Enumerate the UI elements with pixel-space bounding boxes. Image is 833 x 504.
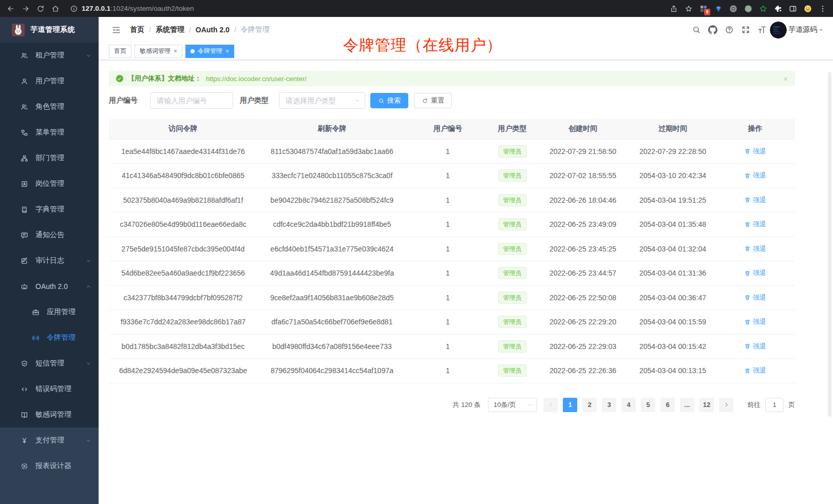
force-logout-button[interactable]: 强退 (744, 147, 766, 156)
page-button-6[interactable]: 6 (660, 398, 675, 412)
user-type-cell: 管理员 (489, 285, 536, 310)
page-button-12[interactable]: 12 (699, 398, 714, 412)
page-size-select[interactable]: 10条/页 (488, 398, 537, 412)
sidebar-item-7[interactable]: 通知公告 (0, 222, 99, 248)
sidebar-item-label: 错误码管理 (35, 384, 71, 394)
user-avatar[interactable] (770, 22, 787, 38)
browser-toolbar-right: 9 (670, 5, 833, 13)
bookmark-star-icon[interactable] (685, 5, 693, 13)
prev-page-button[interactable] (543, 398, 558, 412)
help-icon[interactable] (725, 25, 734, 34)
app-logo[interactable]: 芋道管理系统 (0, 17, 99, 43)
force-logout-button[interactable]: 强退 (744, 220, 766, 229)
force-logout-button[interactable]: 强退 (744, 196, 766, 205)
tab-1[interactable]: 敏感词管理× (135, 45, 182, 58)
font-size-icon[interactable] (758, 25, 767, 34)
sidebar-item-15[interactable]: 支付管理 (0, 428, 99, 453)
sidebar-item-8[interactable]: 审计日志 (0, 248, 99, 274)
collapse-sidebar-icon[interactable] (111, 25, 121, 35)
force-logout-button[interactable]: 强退 (744, 342, 766, 351)
sidebar-item-6[interactable]: 字典管理 (0, 197, 99, 222)
id-badge-icon (21, 180, 29, 188)
user-type-select-input[interactable] (279, 92, 365, 109)
breadcrumb-item-1[interactable]: 系统管理 (156, 25, 184, 34)
dots-menu-icon[interactable] (819, 5, 827, 13)
next-page-button[interactable] (719, 398, 733, 412)
sidebar-item-5[interactable]: 岗位管理 (0, 171, 99, 197)
search-button[interactable]: 搜索 (370, 93, 408, 108)
dictionary-icon (21, 206, 29, 214)
github-icon[interactable] (708, 25, 717, 34)
browser-address-bar[interactable]: 127.0.0.1:1024/system/oauth2/token (70, 5, 194, 13)
reload-icon[interactable] (36, 5, 45, 13)
sidebar-item-label: 审计日志 (35, 256, 64, 265)
sidebar-item-label: 岗位管理 (35, 179, 64, 188)
force-logout-button[interactable]: 强退 (744, 244, 766, 254)
more-pages-button[interactable]: ... (680, 398, 694, 412)
caret-down-icon[interactable] (818, 27, 824, 33)
page-suffix: 页 (788, 400, 795, 410)
user-type-cell: 管理员 (489, 237, 536, 261)
emoji-icon[interactable] (804, 5, 812, 13)
forward-icon[interactable] (22, 5, 30, 13)
gem-icon[interactable] (714, 5, 723, 13)
sidebar-item-label: 租户管理 (35, 51, 64, 60)
close-icon[interactable]: × (225, 48, 229, 54)
sidebar-item-11[interactable]: 令牌管理 (0, 325, 99, 351)
tab-2[interactable]: 令牌管理× (185, 45, 234, 58)
close-icon[interactable]: × (174, 48, 177, 54)
tab-0[interactable]: 首页 (109, 45, 131, 58)
back-icon[interactable] (7, 5, 15, 13)
action-cell: 强退 (715, 310, 795, 335)
fullscreen-icon[interactable] (741, 25, 750, 34)
force-logout-button[interactable]: 强退 (744, 293, 766, 302)
username[interactable]: 芋道源码 (788, 25, 817, 34)
user-type-badge: 管理员 (498, 364, 527, 377)
search-icon[interactable] (692, 25, 701, 34)
breadcrumb-item-2[interactable]: OAuth 2.0 (196, 26, 230, 34)
expire-time-cell: 2054-03-04 01:32:04 (630, 237, 715, 261)
expire-time-cell: 2054-03-04 01:31:36 (630, 261, 715, 286)
sidebar-item-1[interactable]: 用户管理 (0, 68, 99, 94)
page-button-5[interactable]: 5 (641, 398, 655, 412)
record-icon[interactable] (744, 5, 752, 13)
sidebar-item-label: 敏感词管理 (35, 410, 71, 419)
keyring-icon[interactable] (729, 5, 737, 13)
annotation-title: 令牌管理（在线用户） (343, 35, 502, 56)
scrollbar[interactable] (828, 72, 831, 417)
user-type-select[interactable] (279, 92, 365, 109)
force-logout-button[interactable]: 强退 (744, 317, 766, 326)
puzzle-icon[interactable] (774, 5, 782, 13)
reset-button[interactable]: 重置 (414, 93, 452, 108)
sidebar-item-2[interactable]: 角色管理 (0, 94, 99, 120)
trash-icon (744, 197, 751, 203)
site-info-icon[interactable] (70, 5, 78, 13)
sidebar-item-16[interactable]: 报表设计器 (0, 453, 99, 479)
home-icon[interactable] (51, 5, 60, 13)
page-button-2[interactable]: 2 (582, 398, 597, 412)
sidebar-item-0[interactable]: 租户管理 (0, 43, 99, 68)
sidebar-item-10[interactable]: 应用管理 (0, 299, 99, 325)
sidebar-item-14[interactable]: 敏感词管理 (0, 402, 99, 428)
doc-link[interactable]: https://doc.iocoder.cn/user-center/ (206, 75, 307, 83)
side-panel-icon[interactable] (789, 5, 797, 13)
page-button-3[interactable]: 3 (602, 398, 616, 412)
sidebar-item-13[interactable]: 错误码管理 (0, 376, 99, 402)
force-logout-button[interactable]: 强退 (744, 366, 766, 375)
breadcrumb-item-0[interactable]: 首页 (130, 25, 144, 34)
sidebar-item-12[interactable]: 短信管理 (0, 351, 99, 376)
page-button-1[interactable]: 1 (563, 398, 577, 412)
user-id-input[interactable] (150, 92, 233, 109)
goto-page-input[interactable] (765, 398, 784, 412)
page-button-4[interactable]: 4 (621, 398, 636, 412)
sidebar-item-3[interactable]: 菜单管理 (0, 120, 99, 145)
sidebar-item-4[interactable]: 部门管理 (0, 145, 99, 171)
force-logout-button[interactable]: 强退 (744, 171, 766, 180)
share-icon[interactable] (670, 5, 678, 13)
extensions-grid-icon[interactable]: 9 (699, 5, 708, 13)
sidebar-item-9[interactable]: OAuth 2.0 (0, 274, 99, 299)
close-icon[interactable]: × (783, 75, 788, 83)
green-star-icon[interactable] (759, 5, 767, 13)
user-id-label: 用户编号 (109, 96, 138, 105)
force-logout-button[interactable]: 强退 (744, 268, 766, 278)
